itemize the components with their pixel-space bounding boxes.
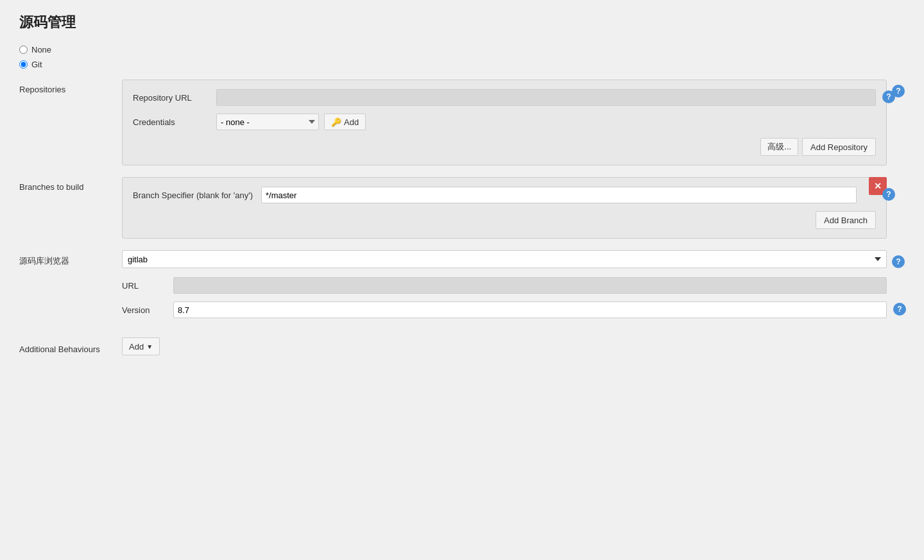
radio-none-input[interactable] [19, 46, 28, 54]
branches-section: Branches to build ✕ Branch Specifier (bl… [19, 177, 905, 239]
additional-behaviours-section: Additional Behaviours Add ▼ [19, 337, 905, 355]
add-repository-button[interactable]: Add Repository [802, 138, 876, 156]
advanced-button[interactable]: 高级... [760, 138, 798, 156]
dropdown-arrow-icon: ▼ [146, 343, 153, 350]
credentials-select[interactable]: - none - [216, 114, 319, 130]
repo-url-help-icon[interactable]: ? [882, 90, 895, 103]
radio-git-label: Git [31, 60, 42, 69]
browser-help-icon[interactable]: ? [892, 255, 905, 268]
browser-version-input[interactable] [173, 301, 887, 318]
repo-url-row: Repository URL ? [133, 89, 876, 106]
repo-buttons-row: 高级... Add Repository [133, 138, 876, 156]
browser-select[interactable]: (Auto) bitbucketweb cgit fisheye gitblit… [122, 250, 887, 268]
add-behaviour-label: Add [129, 342, 144, 352]
add-branch-button[interactable]: Add Branch [816, 211, 876, 229]
browser-version-row: Version ? [122, 301, 887, 318]
page-title: 源码管理 [19, 13, 905, 32]
repositories-content: Repository URL ? Credentials - none - 🔑 … [122, 80, 887, 165]
browser-label: 源码库浏览器 [19, 250, 122, 267]
radio-none[interactable]: None [19, 45, 905, 55]
branches-label: Branches to build [19, 177, 122, 192]
add-credential-label: Add [344, 117, 359, 127]
additional-label: Additional Behaviours [19, 339, 122, 354]
browser-section: 源码库浏览器 (Auto) bitbucketweb cgit fisheye … [19, 250, 905, 326]
browser-version-label: Version [122, 305, 173, 315]
credentials-label: Credentials [133, 117, 216, 127]
browser-url-label: URL [122, 281, 173, 291]
branch-specifier-help-icon[interactable]: ? [882, 188, 895, 201]
browser-url-input[interactable] [173, 277, 887, 294]
radio-git-input[interactable] [19, 60, 28, 69]
branches-content: ✕ Branch Specifier (blank for 'any') ? A… [122, 177, 887, 239]
repositories-section: Repositories Repository URL ? Credential… [19, 80, 905, 165]
browser-content: (Auto) bitbucketweb cgit fisheye gitblit… [122, 250, 887, 326]
browser-select-wrapper: (Auto) bitbucketweb cgit fisheye gitblit… [122, 250, 887, 268]
branch-specifier-row: Branch Specifier (blank for 'any') ? [133, 187, 876, 203]
key-icon: 🔑 [331, 117, 341, 127]
repo-url-label: Repository URL [133, 93, 216, 103]
add-credential-button[interactable]: 🔑 Add [324, 114, 366, 130]
repositories-label: Repositories [19, 80, 122, 94]
add-behaviour-button[interactable]: Add ▼ [122, 337, 160, 355]
radio-none-label: None [31, 45, 51, 55]
branch-specifier-label: Branch Specifier (blank for 'any') [133, 191, 261, 200]
radio-git[interactable]: Git [19, 60, 905, 69]
browser-url-row: URL [122, 277, 887, 294]
credentials-row: Credentials - none - 🔑 Add [133, 114, 876, 130]
repo-url-input[interactable] [216, 89, 876, 106]
browser-select-row: (Auto) bitbucketweb cgit fisheye gitblit… [122, 250, 887, 268]
browser-version-help-icon[interactable]: ? [893, 303, 906, 316]
branch-specifier-input[interactable] [261, 187, 857, 203]
branch-buttons-row: Add Branch [133, 211, 876, 229]
credentials-controls: - none - 🔑 Add [216, 114, 366, 130]
